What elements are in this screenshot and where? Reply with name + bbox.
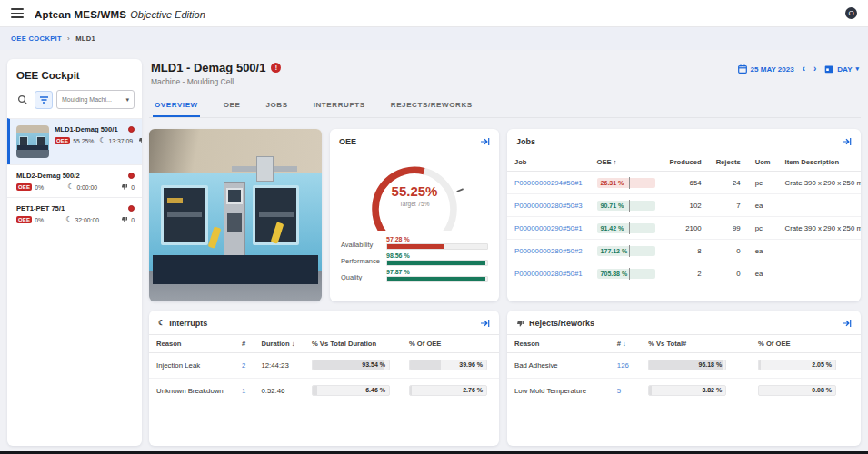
job-link[interactable]: P00000000280#50#2 [514,247,583,255]
rejects-panel: Rejects/Reworks Reason#↓% Vs Total#% Of … [507,311,861,446]
column-header[interactable]: Reason [507,335,610,353]
alert-dot-icon [128,173,135,179]
job-link[interactable]: P00000000290#50#1 [514,224,583,232]
metric-value: 98.56 % [386,252,488,259]
vs-total-bar: 96.18 % [648,360,726,370]
column-header[interactable]: Produced [663,153,709,172]
column-header[interactable]: # [234,335,254,353]
interrupt-count-link[interactable]: 1 [242,387,245,395]
column-header[interactable]: Duration↓ [254,335,304,353]
interrupt-time: 13:37:09 [109,138,133,144]
oee-metric-row: Performance98.56 % [341,252,488,266]
interrupts-panel: ☾ Interrupts Reason#Duration↓% Vs Total … [149,311,499,446]
vs-total-bar: 3.82 % [648,385,726,396]
user-avatar-icon[interactable]: O [845,7,857,19]
table-row: Unknown Breakdown10:52:466.46 %2.76 % [149,379,499,404]
metric-bar [386,260,488,266]
alert-badge: ! [271,63,281,73]
oee-metrics: Availability57.28 %Performance98.56 %Qua… [330,231,499,282]
item-description-cell: Crate 390 x 290 x 250 mm [778,172,861,194]
job-link[interactable]: P00000000280#50#1 [514,270,583,278]
calendar-day-icon [824,64,833,74]
jobs-panel-title: Jobs [516,137,535,146]
breadcrumb-current: MLD1 [75,35,95,43]
reject-count-link[interactable]: 5 [617,387,621,395]
job-oee-bar: 26.31 % [597,178,655,188]
of-oee-bar: 2.05 % [758,360,836,370]
table-row: P00000000280#50#390.71 %1027ea [507,194,861,217]
oee-gauge: 55.25% Target 75% [330,153,499,231]
reason-cell: Injection Leak [149,353,234,379]
filter-icon[interactable] [35,91,53,109]
column-header[interactable]: % Of OEE [751,335,861,353]
breadcrumb: OEE COCKPIT › MLD1 [0,27,868,50]
oee-metric-row: Quality97.87 % [341,269,488,282]
oee-panel: OEE 55.25% Target 75% [330,129,499,301]
column-header[interactable]: % Vs Total# [641,335,751,353]
tab-oee[interactable]: OEE [222,97,243,117]
thumbs-down-icon [138,137,142,144]
alert-dot-icon [128,205,135,212]
open-interrupts-icon[interactable] [480,319,490,328]
column-header[interactable]: Job [507,153,590,172]
column-header[interactable]: Rejects [709,153,748,172]
prev-day-button[interactable]: ‹ [803,64,805,74]
column-header[interactable]: % Of OEE [402,335,499,353]
interrupts-table: Reason#Duration↓% Vs Total Duration% Of … [149,334,499,403]
machine-name: MLD2-Demag 500/2 [16,172,80,180]
period-select[interactable]: DAY ▾ [824,64,859,74]
main-content: MLD1 - Demag 500/1 ! Machine - Moulding … [149,59,861,446]
machine-type-select[interactable]: Moulding Machi... ▾ [56,90,135,109]
tab-rejects-reworks[interactable]: REJECTS/REWORKS [389,97,474,117]
job-link[interactable]: P00000000280#50#3 [514,202,583,210]
item-description-cell [778,240,861,262]
interrupts-panel-title: ☾ Interrupts [158,319,207,328]
page-title: MLD1 - Demag 500/1 [151,61,265,74]
machine-list-item[interactable]: MLD2-Demag 500/2OEE0%☾0:00:000 [7,164,142,197]
open-jobs-icon[interactable] [842,137,852,146]
tab-overview[interactable]: OVERVIEW [153,97,200,117]
job-link[interactable]: P00000000294#50#1 [514,179,583,187]
machine-list-item[interactable]: PET1-PET 75/1OEE0%☾32:00:000 [7,197,142,230]
column-header[interactable]: Item Description [778,153,861,172]
uom-cell: ea [748,240,778,262]
duration-cell: 12:44:23 [254,353,304,379]
date-picker[interactable]: 25 MAY 2023 [738,64,794,74]
vs-total-duration-bar: 6.46 % [312,385,390,396]
oee-panel-title: OEE [339,137,356,146]
metric-value: 97.87 % [386,269,488,275]
tab-jobs[interactable]: JOBS [264,97,289,117]
column-header[interactable]: Reason [149,335,234,353]
open-oee-icon[interactable] [480,137,490,146]
oee-cockpit-sidebar: OEE Cockpit Moulding Machi... ▾ MLD1-Dem… [7,59,142,446]
column-header[interactable]: Uom [748,153,778,172]
thumbs-down-icon [516,320,524,328]
reason-cell: Low Mold Temperature [507,379,610,404]
machine-list-item[interactable]: MLD1-Demag 500/1OEE55.25%☾13:37:09131 [7,118,142,164]
interrupt-count-link[interactable]: 2 [242,361,245,370]
breadcrumb-root-link[interactable]: OEE COCKPIT [11,35,62,43]
reject-count-link[interactable]: 126 [617,361,629,370]
menu-icon[interactable] [11,8,24,17]
sidebar-title: OEE Cockpit [7,70,142,90]
item-description-cell [778,262,861,285]
table-row: Low Mold Temperature53.82 %0.08 % [507,379,861,404]
tab-interrupts[interactable]: INTERRUPTS [312,97,367,117]
next-day-button[interactable]: › [813,64,816,74]
produced-cell: 8 [663,240,709,262]
machine-name: MLD1-Demag 500/1 [55,125,118,133]
open-rejects-icon[interactable] [842,319,852,328]
column-header[interactable]: % Vs Total Duration [304,335,402,353]
moon-icon: ☾ [99,137,105,144]
item-description-cell: Crate 390 x 290 x 250 mm [778,217,861,240]
column-header[interactable]: #↓ [610,335,641,353]
column-header[interactable]: OEE↑ [590,153,663,172]
breadcrumb-separator: › [67,35,70,43]
uom-cell: pc [748,172,778,194]
uom-cell: ea [748,194,778,217]
machine-photo-illustration [149,129,322,301]
search-icon[interactable] [15,92,31,108]
rejects-count: 0 [131,217,135,223]
metric-label: Performance [341,257,381,266]
duration-cell: 0:52:46 [254,379,304,404]
